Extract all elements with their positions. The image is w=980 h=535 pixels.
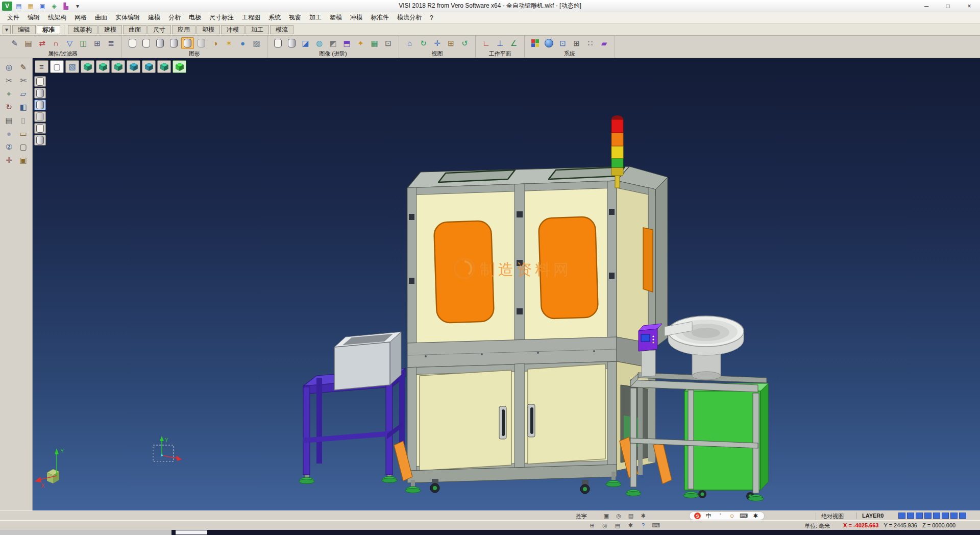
zoom-extents-icon[interactable]: ⌂ [403, 37, 416, 49]
view-mode-label[interactable]: 绝对视图 [816, 513, 844, 520]
front-view-cube-icon[interactable] [96, 60, 110, 73]
customize-dropdown[interactable]: ▾ [72, 2, 83, 11]
light-settings-icon[interactable]: ✶ [223, 37, 235, 49]
tab-编辑[interactable]: 编辑 [12, 25, 36, 34]
tab-标准[interactable]: 标准 [37, 25, 60, 34]
perspective-icon[interactable]: ⬒ [340, 37, 353, 49]
status-lock-icon[interactable]: ▣ [602, 512, 610, 520]
sphere-icon[interactable]: ● [3, 127, 16, 139]
iso-view-cube-icon[interactable] [81, 60, 94, 73]
element-mask-icon[interactable]: ⊞ [91, 37, 104, 49]
previous-view-icon[interactable]: ↺ [458, 37, 471, 49]
two-icon[interactable]: ② [3, 140, 16, 153]
ime-keyboard-icon[interactable]: ⌨ [740, 512, 748, 520]
menu-实体编辑[interactable]: 实体编辑 [111, 13, 144, 22]
layer-filter-icon[interactable]: ◫ [77, 37, 90, 49]
color-palette-icon[interactable] [529, 37, 542, 49]
ime-toolbar[interactable]: S 中’☺⌨✱ [689, 512, 765, 520]
point-grid-icon[interactable]: ∷ [584, 37, 597, 49]
menu-模流分析[interactable]: 模流分析 [393, 13, 426, 22]
chart-icon[interactable]: ▙ [61, 2, 71, 11]
image-shading-icon[interactable] [285, 37, 298, 49]
menu-加工[interactable]: 加工 [305, 13, 326, 22]
note-icon[interactable]: ▭ [17, 127, 30, 139]
tab-尺寸[interactable]: 尺寸 [148, 25, 171, 34]
grid-icon[interactable]: ⊞ [570, 37, 583, 49]
mirror-icon[interactable]: ◧ [17, 101, 30, 113]
menu-电极[interactable]: 电极 [185, 13, 205, 22]
shadow-icon[interactable]: ◩ [327, 37, 339, 49]
tab-冲模[interactable]: 冲模 [221, 25, 244, 34]
zoom-status-icon[interactable]: ◎ [601, 521, 609, 529]
dynamic-section-icon[interactable]: ◪ [299, 37, 312, 49]
view-menu-icon[interactable]: ≡ [35, 60, 48, 73]
app-logo[interactable]: V [2, 2, 12, 11]
menu-曲面[interactable]: 曲面 [91, 13, 111, 22]
tab-dropdown[interactable]: ▾ [3, 25, 11, 34]
material-bin[interactable] [334, 332, 401, 390]
viewport-canvas[interactable]: 制造资料网 Y X Y [33, 58, 980, 510]
attribute-list-icon[interactable]: ≣ [105, 37, 117, 49]
menu-编辑[interactable]: 编辑 [23, 13, 44, 22]
snap-grid-icon[interactable]: ⊞ [588, 521, 596, 529]
top-view-cube-icon[interactable] [111, 60, 125, 73]
tab-线架构[interactable]: 线架构 [68, 25, 97, 34]
trim-icon[interactable]: ✂ [3, 74, 16, 86]
wireframe-view-icon[interactable] [126, 37, 139, 49]
menu-尺寸标注[interactable]: 尺寸标注 [205, 13, 238, 22]
hidden-line-view-icon[interactable] [140, 37, 153, 49]
menu-?[interactable]: ? [426, 14, 437, 21]
render-mode-5-icon[interactable] [34, 123, 46, 134]
workplane-align-icon[interactable]: ⊥ [494, 37, 506, 49]
selection-filter-icon[interactable]: ▽ [63, 37, 76, 49]
status-doc-icon[interactable]: ▤ [627, 512, 635, 520]
keyboard-status-icon[interactable]: ⌨ [652, 521, 660, 529]
background-icon[interactable]: ▨ [250, 37, 263, 49]
pan-view-icon[interactable]: ✛ [431, 37, 444, 49]
gouraud-shade-view-icon[interactable] [167, 37, 180, 49]
menu-系统[interactable]: 系统 [264, 13, 285, 22]
flat-shade-view-icon[interactable] [154, 37, 166, 49]
zoom-window-icon[interactable]: ⊞ [445, 37, 457, 49]
close-button[interactable]: × [959, 0, 980, 12]
help-status-icon[interactable]: ? [639, 521, 647, 529]
rotate-icon[interactable]: ↻ [3, 101, 16, 113]
render-mode-2-icon[interactable] [34, 88, 46, 99]
doc-status-icon[interactable]: ▤ [614, 521, 622, 529]
status-target-icon[interactable]: ◎ [615, 512, 623, 520]
viewport[interactable]: 制造资料网 Y X Y [33, 58, 980, 510]
menu-标准件[interactable]: 标准件 [366, 13, 393, 22]
rotate-view-icon[interactable]: ↻ [417, 37, 430, 49]
menu-网格[interactable]: 网格 [70, 13, 91, 22]
draft-analysis-icon[interactable]: ◑ [209, 37, 222, 49]
zoom-select-icon[interactable]: ◎ [3, 61, 16, 73]
menu-文件[interactable]: 文件 [3, 13, 23, 22]
print-icon[interactable]: ▤ [3, 114, 16, 126]
page-icon[interactable]: ▯ [17, 114, 30, 126]
tab-应用[interactable]: 应用 [172, 25, 195, 34]
modify-attributes-icon[interactable]: ✎ [8, 37, 21, 49]
color-swap-icon[interactable]: ⇄ [36, 37, 48, 49]
snapshot-icon[interactable]: ⊡ [556, 37, 569, 49]
capture-icon[interactable]: ⊡ [382, 37, 395, 49]
render-mode-3-icon[interactable] [34, 100, 46, 110]
star-render-icon[interactable]: ✦ [354, 37, 367, 49]
selection-box-icon[interactable]: ▧ [65, 60, 79, 73]
status-gear-icon[interactable]: ✱ [639, 512, 647, 520]
knife-icon[interactable]: ✄ [17, 74, 30, 86]
ime-punct-icon[interactable]: ’ [716, 512, 724, 520]
magnet-filter-icon[interactable]: ∩ [50, 37, 62, 49]
transparent-view-icon[interactable] [195, 37, 208, 49]
save-icon[interactable]: ▣ [37, 2, 47, 11]
link-graph-icon[interactable]: ◈ [49, 2, 59, 11]
left-view-cube-icon[interactable] [127, 60, 140, 73]
render-mode-1-icon[interactable] [34, 76, 46, 87]
tab-塑模[interactable]: 塑模 [197, 25, 220, 34]
reflection-icon[interactable]: ◍ [313, 37, 326, 49]
sketch-icon[interactable]: ✎ [17, 61, 30, 73]
shaded-view-cube-icon[interactable] [173, 60, 186, 73]
material-icon[interactable]: ● [236, 37, 249, 49]
menu-建模[interactable]: 建模 [144, 13, 164, 22]
menu-线架构[interactable]: 线架构 [44, 13, 70, 22]
right-view-cube-icon[interactable] [142, 60, 156, 73]
